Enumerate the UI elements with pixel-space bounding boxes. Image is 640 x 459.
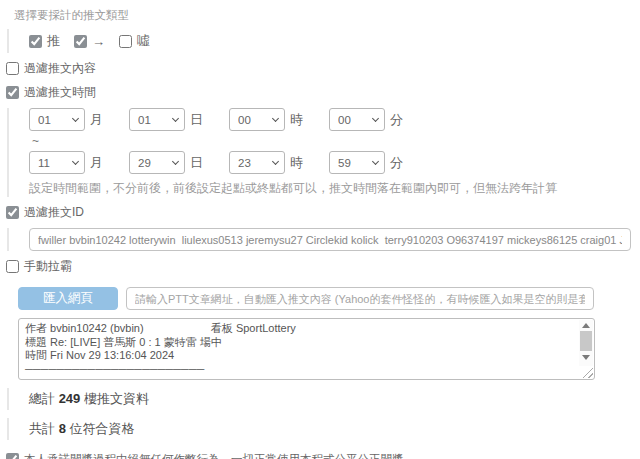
day-unit-label: 日 bbox=[190, 111, 203, 129]
from-month-select[interactable]: 01 bbox=[29, 108, 85, 131]
arrow-checkbox[interactable] bbox=[74, 35, 87, 48]
push-type-options-block: 推 → 噓 bbox=[7, 29, 640, 53]
to-day-select[interactable]: 29 bbox=[129, 151, 185, 174]
filter-time-row: 過濾推文時間 bbox=[6, 84, 640, 101]
arrow-label: → bbox=[92, 34, 105, 49]
hour-unit-label: 時 bbox=[290, 154, 303, 172]
article-content-textarea[interactable]: 作者 bvbin10242 (bvbin) 看板 SportLottery 標題… bbox=[18, 318, 595, 380]
total-count: 249 bbox=[59, 391, 81, 406]
time-range-block: 01 月 01 日 00 時 00 分 ~ 11 bbox=[7, 108, 640, 197]
push-label: 推 bbox=[47, 32, 60, 50]
pledge-label: 本人承諾開獎過程中絕無任何作弊行為，一切正常使用本程式公平公正開獎。 bbox=[24, 452, 415, 459]
minute-unit-label: 分 bbox=[390, 111, 403, 129]
filter-id-label: 過濾推文ID bbox=[24, 204, 84, 221]
lottery-tool-page: 選擇要採計的推文類型 推 → 噓 過濾推文內容 過濾推文時間 01 bbox=[0, 0, 640, 459]
boo-label: 噓 bbox=[137, 32, 150, 50]
from-minute-select-wrap: 00 bbox=[329, 108, 385, 131]
import-row: 匯入網頁 bbox=[18, 287, 640, 310]
time-to-row: 11 月 29 日 23 時 59 分 bbox=[29, 151, 640, 174]
filter-time-label: 過濾推文時間 bbox=[24, 84, 96, 101]
push-type-option-boo: 噓 bbox=[119, 32, 150, 50]
push-type-options: 推 → 噓 bbox=[29, 29, 640, 53]
day-unit-label: 日 bbox=[190, 154, 203, 172]
qualified-users-stat: 共計 8 位符合資格 bbox=[7, 418, 640, 440]
total-suffix: 樓推文資料 bbox=[84, 391, 149, 406]
boo-checkbox[interactable] bbox=[119, 35, 132, 48]
import-url-button[interactable]: 匯入網頁 bbox=[18, 287, 118, 310]
filter-content-checkbox[interactable] bbox=[6, 62, 19, 75]
pledge-row: 本人承諾開獎過程中絕無任何作弊行為，一切正常使用本程式公平公正開獎。 bbox=[6, 452, 640, 459]
time-range-note: 設定時間範圍，不分前後，前後設定起點或終點都可以，推文時間落在範圍內即可，但無法… bbox=[29, 180, 640, 197]
month-unit-label: 月 bbox=[90, 154, 103, 172]
push-type-option-arrow: → bbox=[74, 34, 105, 49]
time-from-row: 01 月 01 日 00 時 00 分 bbox=[29, 108, 640, 131]
filter-id-checkbox[interactable] bbox=[6, 206, 19, 219]
from-month-select-wrap: 01 bbox=[29, 108, 85, 131]
article-content-text: 作者 bvbin10242 (bvbin) 看板 SportLottery 標題… bbox=[19, 319, 594, 379]
qualified-count: 8 bbox=[59, 421, 66, 436]
qualified-suffix: 位符合資格 bbox=[69, 421, 134, 436]
scroll-down-icon[interactable] bbox=[582, 355, 590, 360]
from-day-select-wrap: 01 bbox=[129, 108, 185, 131]
filter-time-checkbox[interactable] bbox=[6, 86, 19, 99]
to-month-select[interactable]: 11 bbox=[29, 151, 85, 174]
to-minute-select-wrap: 59 bbox=[329, 151, 385, 174]
from-day-select[interactable]: 01 bbox=[129, 108, 185, 131]
from-hour-select[interactable]: 00 bbox=[229, 108, 285, 131]
push-checkbox[interactable] bbox=[29, 35, 42, 48]
manual-slot-checkbox[interactable] bbox=[6, 260, 19, 273]
to-day-select-wrap: 29 bbox=[129, 151, 185, 174]
month-unit-label: 月 bbox=[90, 111, 103, 129]
scrollbar-thumb[interactable] bbox=[580, 331, 592, 351]
article-url-input[interactable] bbox=[126, 287, 594, 310]
to-hour-select-wrap: 23 bbox=[229, 151, 285, 174]
pledge-checkbox[interactable] bbox=[6, 453, 19, 459]
to-month-select-wrap: 11 bbox=[29, 151, 85, 174]
manual-slot-row: 手動拉霸 bbox=[6, 258, 640, 275]
total-prefix: 總計 bbox=[29, 391, 55, 406]
qualified-prefix: 共計 bbox=[29, 421, 55, 436]
manual-slot-label: 手動拉霸 bbox=[24, 258, 72, 275]
filter-id-row: 過濾推文ID bbox=[6, 204, 640, 221]
filter-content-label: 過濾推文內容 bbox=[24, 60, 96, 77]
time-range-separator: ~ bbox=[32, 134, 640, 148]
filter-content-row: 過濾推文內容 bbox=[6, 60, 640, 77]
to-minute-select[interactable]: 59 bbox=[329, 151, 385, 174]
to-hour-select[interactable]: 23 bbox=[229, 151, 285, 174]
id-filter-block bbox=[7, 228, 640, 251]
push-type-section-label: 選擇要採計的推文類型 bbox=[14, 8, 640, 23]
textarea-scrollbar[interactable] bbox=[579, 320, 593, 366]
minute-unit-label: 分 bbox=[390, 154, 403, 172]
push-type-option-push: 推 bbox=[29, 32, 60, 50]
id-list-input[interactable] bbox=[29, 228, 631, 251]
from-minute-select[interactable]: 00 bbox=[329, 108, 385, 131]
hour-unit-label: 時 bbox=[290, 111, 303, 129]
total-comments-stat: 總計 249 樓推文資料 bbox=[7, 388, 640, 410]
scroll-up-icon[interactable] bbox=[582, 323, 590, 328]
from-hour-select-wrap: 00 bbox=[229, 108, 285, 131]
